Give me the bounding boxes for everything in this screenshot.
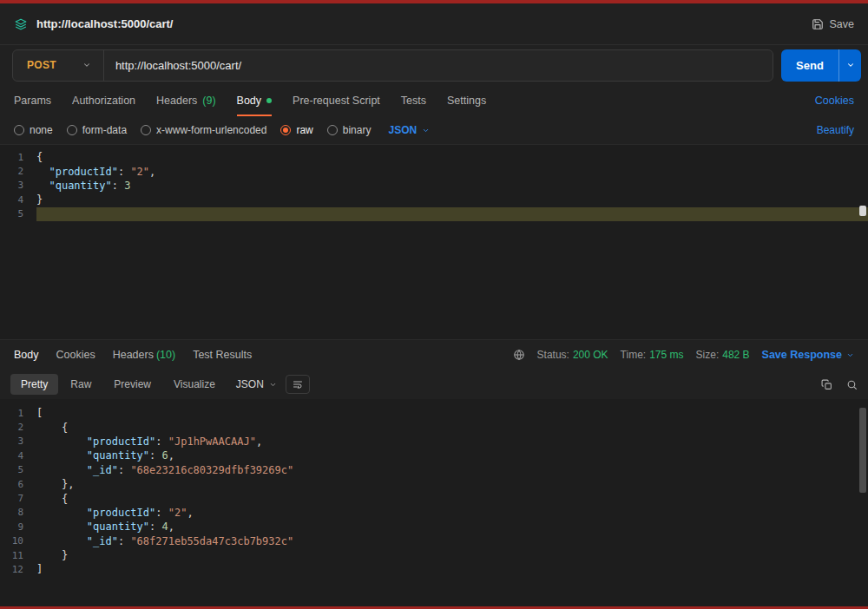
code-line[interactable]: 11 } bbox=[0, 548, 868, 562]
code-line[interactable]: 3 "quantity": 3 bbox=[0, 179, 868, 193]
view-tab-pretty[interactable]: Pretty bbox=[10, 374, 58, 395]
response-headers-count-badge: (10) bbox=[156, 349, 175, 361]
view-tab-visualize[interactable]: Visualize bbox=[163, 374, 226, 395]
language-dropdown[interactable]: JSON bbox=[388, 124, 430, 136]
body-type-binary[interactable]: binary bbox=[327, 124, 372, 136]
code-line[interactable]: 1[ bbox=[0, 406, 868, 420]
save-button-label: Save bbox=[830, 18, 855, 30]
response-language-label: JSON bbox=[236, 378, 264, 390]
request-editor-lines: 1{2 "productId": "2",3 "quantity": 34}5 bbox=[0, 150, 868, 221]
search-icon[interactable] bbox=[846, 379, 858, 390]
code-line[interactable]: 8 "productId": "2", bbox=[0, 506, 868, 520]
copy-icon[interactable] bbox=[821, 379, 832, 390]
time-badge: Time:175 ms bbox=[621, 349, 684, 361]
line-number: 5 bbox=[0, 464, 36, 475]
code-line[interactable]: 2 { bbox=[0, 420, 868, 434]
view-tab-preview[interactable]: Preview bbox=[103, 374, 161, 395]
send-options-dropdown[interactable] bbox=[838, 49, 861, 82]
tab-label: Tests bbox=[401, 95, 426, 107]
tab-label: Cookies bbox=[56, 349, 95, 361]
tab-settings[interactable]: Settings bbox=[447, 85, 486, 116]
code-text: { bbox=[36, 491, 868, 505]
url-input[interactable]: http://localhost:5000/cart/ bbox=[104, 50, 773, 81]
save-button[interactable]: Save bbox=[812, 18, 855, 30]
save-response-label: Save Response bbox=[762, 349, 842, 361]
radio-icon bbox=[141, 125, 151, 135]
body-type-none[interactable]: none bbox=[14, 124, 53, 136]
tab-label: Params bbox=[14, 95, 51, 107]
code-line[interactable]: 5 bbox=[0, 207, 868, 221]
code-text: "quantity": 4, bbox=[36, 520, 868, 534]
body-type-raw[interactable]: raw bbox=[280, 124, 312, 136]
code-text: } bbox=[36, 193, 868, 206]
time-label: Time: bbox=[621, 349, 647, 361]
status-value: 200 OK bbox=[573, 349, 608, 361]
tab-authorization[interactable]: Authorization bbox=[72, 85, 135, 116]
tab-label: Pre-request Script bbox=[293, 95, 380, 107]
line-number: 3 bbox=[0, 435, 36, 447]
code-text: "productId": "2", bbox=[36, 164, 868, 178]
code-line[interactable]: 7 { bbox=[0, 491, 868, 505]
line-number: 12 bbox=[0, 564, 36, 575]
line-number: 4 bbox=[0, 194, 36, 206]
save-icon bbox=[812, 18, 824, 30]
body-present-dot bbox=[266, 98, 272, 103]
body-type-x-www-form-urlencoded[interactable]: x-www-form-urlencoded bbox=[141, 124, 266, 136]
response-editor-scrollbar[interactable] bbox=[859, 408, 866, 493]
code-text: "productId": "2", bbox=[36, 506, 868, 520]
wrap-lines-icon bbox=[292, 379, 304, 390]
response-tab-test-results[interactable]: Test Results bbox=[193, 349, 252, 361]
status-badge: Status:200 OK bbox=[537, 349, 608, 361]
code-text: "_id": "68e23216c80329dfbf39269c" bbox=[36, 463, 868, 477]
code-line[interactable]: 6 }, bbox=[0, 477, 868, 491]
line-number: 11 bbox=[0, 550, 36, 561]
body-type-form-data[interactable]: form-data bbox=[67, 124, 127, 136]
code-line[interactable]: 10 "_id": "68f271eb55da47c3cb7b932c" bbox=[0, 534, 868, 548]
code-line[interactable]: 2 "productId": "2", bbox=[0, 164, 868, 178]
code-line[interactable]: 4} bbox=[0, 193, 868, 206]
code-line[interactable]: 1{ bbox=[0, 150, 868, 164]
code-text: { bbox=[36, 150, 868, 164]
request-editor-scrollbar[interactable] bbox=[859, 206, 866, 216]
language-label: JSON bbox=[388, 124, 417, 136]
wrap-lines-button[interactable] bbox=[286, 375, 310, 394]
code-line[interactable]: 5 "_id": "68e23216c80329dfbf39269c" bbox=[0, 463, 868, 477]
tab-params[interactable]: Params bbox=[14, 85, 51, 116]
tab-tests[interactable]: Tests bbox=[401, 85, 426, 116]
view-tab-raw[interactable]: Raw bbox=[60, 374, 102, 395]
response-editor-lines: 1[2 {3 "productId": "Jp1hPwAACAAJ",4 "qu… bbox=[0, 406, 868, 577]
request-bar: POST http://localhost:5000/cart/ bbox=[12, 49, 773, 82]
code-text: "quantity": 3 bbox=[36, 179, 868, 193]
response-tab-headers[interactable]: Headers(10) bbox=[113, 349, 175, 361]
request-tab-header: http://localhost:5000/cart/ Save bbox=[0, 3, 868, 45]
time-value: 175 ms bbox=[649, 349, 683, 361]
code-text: "_id": "68f271eb55da47c3cb7b932c" bbox=[36, 534, 868, 548]
request-body-editor[interactable]: 1{2 "productId": "2",3 "quantity": 34}5 bbox=[0, 144, 868, 340]
radio-label: form-data bbox=[82, 124, 127, 136]
line-number: 7 bbox=[0, 493, 36, 504]
beautify-link[interactable]: Beautify bbox=[817, 124, 854, 136]
response-tab-cookies[interactable]: Cookies bbox=[56, 349, 95, 361]
line-number: 4 bbox=[0, 450, 36, 462]
save-response-button[interactable]: Save Response bbox=[762, 349, 854, 361]
tab-headers[interactable]: Headers(9) bbox=[156, 85, 216, 116]
send-button[interactable]: Send bbox=[781, 49, 861, 82]
line-number: 9 bbox=[0, 521, 36, 533]
code-line[interactable]: 12] bbox=[0, 562, 868, 576]
request-tab-title: http://localhost:5000/cart/ bbox=[36, 17, 173, 30]
tab-body[interactable]: Body bbox=[237, 85, 273, 116]
code-line[interactable]: 9 "quantity": 4, bbox=[0, 520, 868, 534]
tab-pre-request-script[interactable]: Pre-request Script bbox=[293, 85, 380, 116]
response-meta: Status:200 OK Time:175 ms Size:482 B Sav… bbox=[513, 349, 854, 361]
response-body-editor[interactable]: 1[2 {3 "productId": "Jp1hPwAACAAJ",4 "qu… bbox=[0, 399, 868, 606]
response-tab-body[interactable]: Body bbox=[14, 349, 39, 361]
method-dropdown[interactable]: POST bbox=[13, 50, 104, 81]
cookies-link[interactable]: Cookies bbox=[815, 95, 854, 107]
code-line[interactable]: 3 "productId": "Jp1hPwAACAAJ", bbox=[0, 435, 868, 449]
code-line[interactable]: 4 "quantity": 6, bbox=[0, 449, 868, 462]
tab-label: Body bbox=[14, 349, 39, 361]
code-text: }, bbox=[36, 477, 868, 491]
code-text: { bbox=[36, 420, 868, 434]
response-language-dropdown[interactable]: JSON bbox=[236, 378, 277, 390]
network-globe-icon[interactable] bbox=[513, 349, 525, 361]
